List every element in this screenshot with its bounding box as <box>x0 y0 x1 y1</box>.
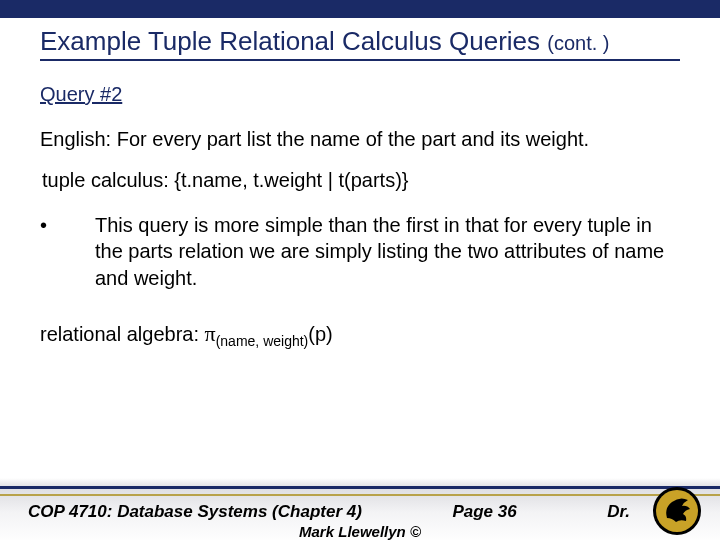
bullet-item: • This query is more simple than the fir… <box>40 212 680 291</box>
footer-rule-navy <box>0 486 720 489</box>
ucf-pegasus-logo-icon <box>652 486 702 536</box>
footer-author: Dr. <box>607 502 630 522</box>
footer-credit: Mark Llewellyn © <box>0 523 720 540</box>
footer-rule-gold <box>0 494 720 496</box>
slide-footer: COP 4710: Database Systems (Chapter 4) P… <box>0 478 720 540</box>
tc-label: tuple calculus: <box>42 169 169 191</box>
ra-label: relational algebra: <box>40 323 205 345</box>
tc-text: {t.name, t.weight | t(parts)} <box>169 169 409 191</box>
pi-symbol: π <box>205 321 216 346</box>
title-main: Example Tuple Relational Calculus Querie… <box>40 26 547 56</box>
bullet-text: This query is more simple than the first… <box>95 212 680 291</box>
english-line: English: For every part list the name of… <box>40 128 680 151</box>
bullet-marker: • <box>40 212 95 291</box>
ra-arg: (p) <box>308 323 332 345</box>
title-cont: (cont. ) <box>547 32 609 54</box>
english-text: For every part list the name of the part… <box>111 128 589 150</box>
ra-subscript: (name, weight) <box>216 333 309 349</box>
english-label: English: <box>40 128 111 150</box>
top-accent-bar <box>0 0 720 18</box>
footer-text-row: COP 4710: Database Systems (Chapter 4) P… <box>28 502 630 522</box>
slide-title: Example Tuple Relational Calculus Querie… <box>40 26 680 61</box>
footer-course: COP 4710: Database Systems (Chapter 4) <box>28 502 362 522</box>
footer-page: Page 36 <box>452 502 516 522</box>
slide-content: Example Tuple Relational Calculus Querie… <box>0 18 720 349</box>
query-number: Query #2 <box>40 83 680 106</box>
tuple-calculus-line: tuple calculus: {t.name, t.weight | t(pa… <box>40 169 680 192</box>
relational-algebra-line: relational algebra: π(name, weight)(p) <box>40 321 680 349</box>
